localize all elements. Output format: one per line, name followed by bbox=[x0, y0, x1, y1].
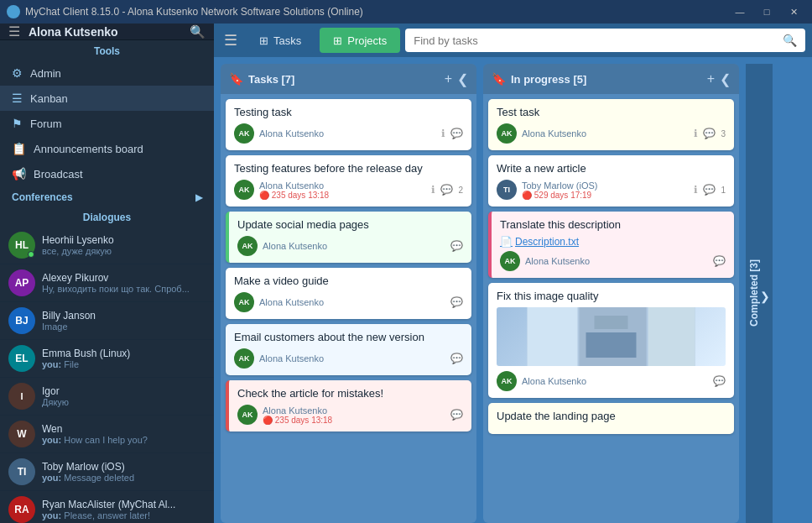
dialogue-name: Emma Bush (Linux) bbox=[42, 348, 206, 359]
card-meta: AK Alona Kutsenko 💬 bbox=[237, 236, 463, 256]
topbar-menu-icon[interactable]: ☰ bbox=[221, 28, 241, 53]
tasks-add-icon[interactable]: + bbox=[445, 71, 452, 87]
card-timestamp: 🔴 235 days 13:18 bbox=[259, 191, 426, 200]
completed-sidebar[interactable]: Completed [3] ❯ bbox=[746, 64, 773, 523]
tasks-cards: Testing task AK Alona Kutsenko ℹ 💬 Te bbox=[221, 94, 476, 523]
info-icon[interactable]: ℹ bbox=[441, 128, 445, 139]
inprogress-column-actions: + ❮ bbox=[707, 71, 731, 87]
dialogue-item-igor[interactable]: I Igor Дякую bbox=[0, 378, 214, 416]
card-meta: TI Toby Marlow (iOS) 🔴 529 days 17:19 ℹ … bbox=[497, 180, 726, 200]
info-icon[interactable]: ℹ bbox=[694, 184, 698, 196]
sidebar-menu-icon[interactable]: ☰ bbox=[8, 24, 20, 39]
dialogue-item-billy[interactable]: BJ Billy Janson Image bbox=[0, 302, 214, 340]
card-meta: AK Alona Kutsenko 💬 bbox=[497, 371, 726, 391]
comment-icon[interactable]: 💬 bbox=[450, 353, 463, 364]
card-icons: ℹ 💬 bbox=[441, 128, 463, 139]
sidebar-item-kanban[interactable]: ☰ Kanban bbox=[0, 86, 214, 111]
close-button[interactable]: ✕ bbox=[782, 3, 805, 20]
task-card-5[interactable]: Email customers about the new version AK… bbox=[226, 324, 471, 375]
minimize-button[interactable]: — bbox=[728, 3, 752, 20]
task-card-4[interactable]: Make a video guide AK Alona Kutsenko 💬 bbox=[226, 268, 471, 319]
inprogress-column: 🔖 In progress [5] + ❮ Test task AK Alona… bbox=[483, 64, 739, 523]
ip-card-2[interactable]: Write a new article TI Toby Marlow (iOS)… bbox=[488, 155, 734, 207]
tasks-tab[interactable]: ⊞ Tasks bbox=[246, 28, 315, 53]
card-meta: AK Alona Kutsenko ℹ 💬 bbox=[234, 123, 463, 144]
card-meta: AK Alona Kutsenko ℹ 💬 3 bbox=[497, 123, 726, 144]
dialogue-preview: Дякую bbox=[42, 397, 206, 407]
inprogress-cards: Test task AK Alona Kutsenko ℹ 💬 3 bbox=[483, 94, 739, 523]
sidebar-item-forum[interactable]: ⚑ Forum bbox=[0, 111, 214, 136]
card-title: Update social media pages bbox=[237, 218, 463, 231]
kanban-icon: ☰ bbox=[12, 92, 23, 105]
sidebar-item-broadcast[interactable]: 📢 Broadcast bbox=[0, 161, 214, 186]
ip-card-4[interactable]: Fix this image quality bbox=[488, 283, 734, 398]
card-title: Translate this description bbox=[500, 218, 726, 231]
dialogue-name: Wen bbox=[42, 423, 206, 435]
comment-icon[interactable]: 💬 bbox=[450, 409, 463, 421]
card-icons: 💬 bbox=[450, 353, 463, 364]
ip-card-1[interactable]: Test task AK Alona Kutsenko ℹ 💬 3 bbox=[488, 99, 734, 150]
dialogue-info-ryan: Ryan MacAlister (MyChat Al... you: Pleas… bbox=[42, 499, 206, 520]
card-meta: AK Alona Kutsenko 🔴 235 days 13:18 ℹ 💬 2 bbox=[234, 180, 463, 200]
completed-expand-arrow[interactable]: ❯ bbox=[760, 290, 770, 303]
card-title: Check the article for mistakes! bbox=[237, 387, 463, 400]
task-card-6[interactable]: Check the article for mistakes! AK Alona… bbox=[226, 380, 471, 431]
comment-icon[interactable]: 💬 bbox=[703, 128, 716, 139]
card-meta: AK Alona Kutsenko 💬 bbox=[234, 292, 463, 312]
search-icon: 🔍 bbox=[783, 34, 797, 47]
conferences-expand-arrow: ▶ bbox=[195, 192, 202, 203]
dialogue-info-igor: Igor Дякую bbox=[42, 385, 206, 407]
ip-card-3[interactable]: Translate this description 📄 Description… bbox=[488, 212, 734, 278]
dialogue-preview: you: Message deleted bbox=[42, 473, 206, 483]
card-title: Make a video guide bbox=[234, 275, 463, 287]
card-link[interactable]: 📄 Description.txt bbox=[500, 236, 726, 248]
avatar-ryan: RA bbox=[8, 496, 35, 523]
dialogue-item-ryan[interactable]: RA Ryan MacAlister (MyChat Al... you: Pl… bbox=[0, 491, 214, 523]
comment-icon[interactable]: 💬 bbox=[450, 296, 463, 308]
inprogress-collapse-icon[interactable]: ❮ bbox=[720, 71, 731, 87]
search-input[interactable] bbox=[414, 34, 783, 47]
projects-tab[interactable]: ⊞ Projects bbox=[320, 28, 400, 53]
dialogue-item-emma[interactable]: EL Emma Bush (Linux) you: File bbox=[0, 340, 214, 378]
projects-tab-icon: ⊞ bbox=[333, 34, 342, 47]
topbar: ☰ ⊞ Tasks ⊞ Projects 🔍 bbox=[214, 24, 812, 57]
ip-card-5[interactable]: Update the landing page bbox=[488, 403, 734, 434]
sidebar-search-icon[interactable]: 🔍 bbox=[190, 24, 206, 39]
dialogue-item-alexey[interactable]: AP Alexey Pikurov Ну, виходить поки що т… bbox=[0, 264, 214, 302]
dialogue-item-wen[interactable]: W Wen you: How can I help you? bbox=[0, 416, 214, 453]
task-card-2[interactable]: Testing features before the release day … bbox=[226, 155, 471, 207]
sidebar: ☰ Alona Kutsenko 🔍 Tools ⚙ Admin ☰ Kanba… bbox=[0, 24, 214, 523]
card-detail: Toby Marlow (iOS) 🔴 529 days 17:19 bbox=[522, 180, 689, 200]
comment-icon[interactable]: 💬 bbox=[450, 240, 463, 252]
comment-icon[interactable]: 💬 bbox=[713, 375, 726, 387]
conferences-section[interactable]: Conferences ▶ bbox=[0, 186, 214, 208]
comment-icon[interactable]: 💬 bbox=[440, 184, 453, 196]
maximize-button[interactable]: □ bbox=[755, 3, 778, 20]
sidebar-item-admin[interactable]: ⚙ Admin bbox=[0, 60, 214, 86]
admin-icon: ⚙ bbox=[12, 66, 23, 80]
task-card-1[interactable]: Testing task AK Alona Kutsenko ℹ 💬 bbox=[226, 99, 471, 150]
card-title: Test task bbox=[497, 106, 726, 118]
svg-rect-4 bbox=[586, 332, 637, 358]
info-icon[interactable]: ℹ bbox=[431, 184, 435, 196]
task-card-3[interactable]: Update social media pages AK Alona Kutse… bbox=[226, 212, 471, 263]
comment-icon[interactable]: 💬 bbox=[703, 184, 716, 196]
dialogue-preview: Image bbox=[42, 322, 206, 332]
dialogue-preview: все, дуже дякую bbox=[42, 246, 206, 256]
info-icon[interactable]: ℹ bbox=[694, 128, 698, 139]
dialogue-item-heorhii[interactable]: HL Heorhii Lysenko все, дуже дякую bbox=[0, 227, 214, 264]
card-assignee: Alona Kutsenko bbox=[259, 128, 436, 139]
sidebar-item-announcements[interactable]: 📋 Announcements board bbox=[0, 136, 214, 161]
card-assignee: Alona Kutsenko bbox=[259, 180, 426, 191]
comment-icon[interactable]: 💬 bbox=[713, 255, 726, 267]
dialogue-item-toby[interactable]: TI Toby Marlow (iOS) you: Message delete… bbox=[0, 453, 214, 491]
comment-icon[interactable]: 💬 bbox=[450, 128, 463, 139]
inprogress-add-icon[interactable]: + bbox=[707, 71, 715, 87]
admin-label: Admin bbox=[30, 67, 61, 80]
card-avatar: AK bbox=[237, 405, 258, 425]
sidebar-username: Alona Kutsenko bbox=[29, 25, 190, 39]
app-icon bbox=[7, 5, 20, 18]
tasks-collapse-icon[interactable]: ❮ bbox=[457, 71, 468, 87]
card-title: Write a new article bbox=[497, 162, 726, 175]
dialogues-section-title: Dialogues bbox=[0, 208, 214, 227]
